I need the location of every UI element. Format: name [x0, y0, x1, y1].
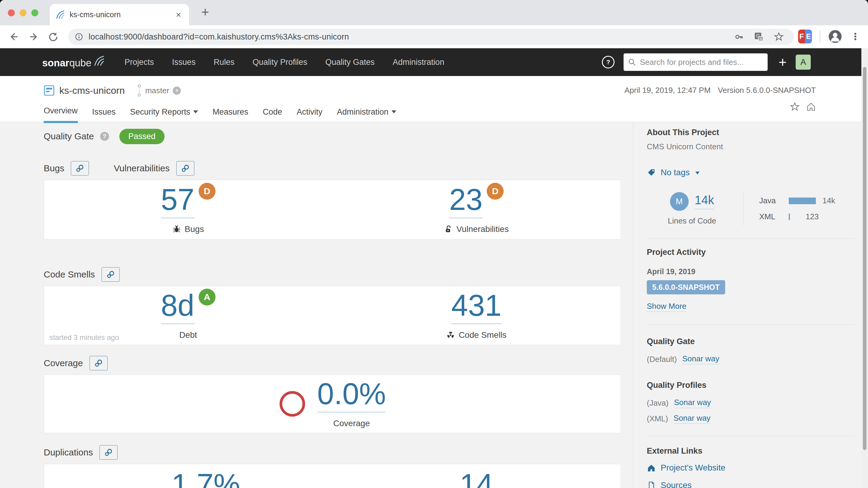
nav-item-projects[interactable]: Projects	[124, 58, 154, 67]
tab-activity[interactable]: Activity	[297, 106, 322, 123]
page-scrollbar[interactable]	[861, 48, 868, 488]
help-icon[interactable]: ?	[602, 56, 615, 68]
window-zoom-button[interactable]	[31, 9, 38, 16]
java-loc-bar	[789, 198, 816, 204]
homepage-icon[interactable]	[806, 102, 816, 112]
sonarqube-navbar: sonar qube Projects Issues Rules Quality…	[0, 48, 868, 76]
nav-item-quality-gates[interactable]: Quality Gates	[326, 58, 375, 67]
lines-of-code-value[interactable]: 14k	[695, 193, 714, 209]
coverage-value[interactable]: 0.0%	[317, 379, 386, 412]
sources-link[interactable]: Sources	[661, 481, 692, 488]
duplicated-blocks-value[interactable]: 14	[460, 470, 493, 488]
document-icon	[647, 481, 656, 488]
external-links-heading: External Links	[647, 447, 855, 456]
scrollbar-thumb[interactable]	[863, 67, 867, 450]
tab-security-reports[interactable]: Security Reports	[130, 106, 198, 123]
tab-code[interactable]: Code	[263, 106, 282, 123]
tab-close-icon[interactable]: ×	[174, 10, 183, 20]
vertical-divider	[743, 192, 744, 226]
tag-icon	[647, 168, 656, 178]
lines-of-code-label: Lines of Code	[668, 216, 716, 226]
debt-value[interactable]: 8d	[161, 291, 194, 324]
code-smells-count[interactable]: 431	[451, 291, 501, 324]
page-info-icon[interactable]	[75, 33, 83, 41]
user-avatar[interactable]: A	[796, 55, 811, 70]
tags-label: No tags	[661, 168, 690, 178]
forward-button[interactable]	[28, 31, 39, 42]
chevron-down-icon	[695, 172, 700, 174]
project-tags[interactable]: No tags	[647, 168, 855, 178]
overview-main: Quality Gate ? Passed Bugs Vulnerabiliti…	[0, 122, 633, 488]
password-key-icon[interactable]	[735, 32, 744, 41]
back-button[interactable]	[8, 31, 19, 42]
language-row-xml: XML 123	[759, 212, 835, 221]
language-row-java: Java 14k	[759, 196, 835, 205]
sonarqube-logo[interactable]: sonar qube	[42, 56, 104, 69]
project-website-link[interactable]: Project's Website	[661, 463, 725, 473]
duplications-value[interactable]: 1.7%	[172, 470, 240, 488]
branch-name[interactable]: master	[145, 86, 169, 95]
reload-button[interactable]	[48, 31, 59, 42]
analysis-footnote: started 3 minutes ago	[50, 333, 119, 342]
tab-overview[interactable]: Overview	[44, 106, 78, 123]
extension-fe-icon[interactable]: F E	[798, 30, 812, 44]
show-more-link[interactable]: Show More	[647, 302, 687, 312]
coverage-history-link-button[interactable]	[90, 356, 107, 370]
tab-measures[interactable]: Measures	[213, 106, 248, 123]
vulnerabilities-count[interactable]: 23	[449, 185, 483, 218]
branch-plus-badge[interactable]: +	[173, 87, 181, 95]
xml-loc-bar	[789, 213, 790, 220]
section-divider	[647, 324, 855, 325]
project-title[interactable]: ks-cms-unicorn	[59, 85, 125, 96]
svg-text:A: A	[760, 37, 762, 41]
bugs-rating-badge[interactable]: D	[198, 183, 216, 200]
profile-avatar-icon[interactable]	[828, 30, 842, 44]
bugs-count[interactable]: 57	[161, 185, 194, 218]
tab-issues[interactable]: Issues	[92, 106, 116, 123]
nav-item-issues[interactable]: Issues	[172, 58, 195, 67]
quality-gate-help-icon[interactable]: ?	[100, 132, 109, 141]
quality-profile-link-java[interactable]: Sonar way	[674, 398, 711, 408]
tab-administration[interactable]: Administration	[337, 106, 396, 123]
browser-menu-icon[interactable]	[850, 31, 861, 42]
nav-item-administration[interactable]: Administration	[393, 58, 444, 67]
translate-icon[interactable]: G A	[754, 32, 764, 41]
vulnerabilities-history-link-button[interactable]	[176, 161, 194, 175]
window-close-button[interactable]	[8, 9, 15, 16]
favorite-star-icon[interactable]	[790, 102, 800, 112]
coverage-label: Coverage	[333, 419, 370, 428]
sonarqube-favicon-icon	[56, 10, 65, 19]
window-minimize-button[interactable]	[20, 9, 27, 16]
search-icon	[628, 58, 636, 66]
bugs-vulnerabilities-card: 57 D	[44, 180, 621, 239]
project-description: CMS Unicorn Content	[647, 142, 855, 151]
url-text: localhost:9000/dashboard?id=com.kaishust…	[89, 32, 349, 41]
quality-gate-link[interactable]: Sonar way	[682, 354, 719, 364]
nav-item-rules[interactable]: Rules	[214, 58, 235, 67]
quality-gate-sidebar-heading: Quality Gate	[647, 337, 855, 346]
code-smells-history-link-button[interactable]	[101, 267, 120, 282]
home-icon	[647, 464, 656, 472]
nav-item-quality-profiles[interactable]: Quality Profiles	[253, 58, 307, 67]
global-search[interactable]	[624, 53, 768, 71]
duplications-history-link-button[interactable]	[99, 445, 118, 460]
vulnerabilities-rating-badge[interactable]: D	[487, 183, 504, 200]
bug-icon	[173, 225, 181, 233]
version-badge: 5.6.0.0-SNAPSHOT	[647, 280, 725, 294]
create-new-icon[interactable]: +	[778, 55, 786, 69]
branch-icon	[137, 84, 142, 97]
search-input[interactable]	[639, 57, 764, 67]
browser-tab[interactable]: ks-cms-unicorn ×	[50, 4, 189, 25]
debt-rating-badge[interactable]: A	[198, 289, 216, 306]
project-header: ks-cms-unicorn master + April 19, 2019, …	[0, 76, 868, 122]
coverage-ring-icon	[279, 390, 306, 418]
address-bar[interactable]: localhost:9000/dashboard?id=com.kaishust…	[68, 29, 794, 45]
quality-profile-link-xml[interactable]: Sonar way	[674, 413, 711, 424]
bugs-history-link-button[interactable]	[71, 161, 89, 175]
sonarqube-swoosh-icon	[94, 56, 104, 66]
code-smells-card: 8d A Debt 431	[44, 286, 621, 345]
lock-open-icon	[444, 225, 453, 233]
coverage-heading: Coverage	[44, 358, 83, 368]
bookmark-star-icon[interactable]	[774, 32, 784, 41]
new-tab-button[interactable]: +	[201, 5, 209, 19]
